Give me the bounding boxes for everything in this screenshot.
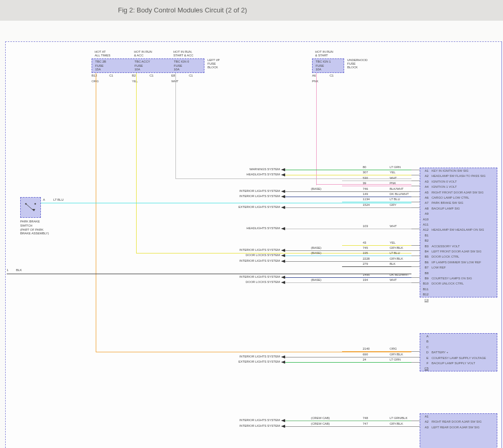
- fuse-tbc-ign0: TBC IGN 0 FUSE 10A: [174, 60, 189, 72]
- bcm-pin-A6: A6CARGO LAMP LOW CTRL: [420, 195, 497, 200]
- ckt-A12: 103: [363, 225, 368, 228]
- col-E: GRY/BLK: [390, 353, 403, 356]
- col-A3: GRY/BLK: [390, 422, 403, 425]
- bcm-pin-B: B: [420, 339, 497, 344]
- svg-marker-8: [281, 206, 285, 209]
- bcm-pin-A9: A9: [420, 211, 497, 216]
- svg-marker-14: [281, 281, 285, 284]
- ckt-A6: 149: [363, 192, 368, 196]
- arrow-icon: [281, 168, 285, 171]
- bcm-pin-A4: A4IGNITION 1 VOLT: [420, 184, 497, 189]
- pin-c1-a: C1: [109, 74, 113, 77]
- pin-c1-d: C1: [330, 74, 334, 77]
- bcm-pin-B10: B10DOOR UNLOCK CTRL: [420, 281, 497, 286]
- wire-A7: [342, 202, 411, 202]
- col-wht: WHT: [171, 80, 179, 83]
- col-A2: LT GRN/BLK: [390, 416, 407, 420]
- pin-a6: A6: [312, 74, 316, 77]
- bcm-pin-B12: B12: [420, 292, 497, 297]
- wire-yel-vert: [136, 73, 137, 253]
- label-hot-all-times: HOT AT ALL TIMES: [95, 50, 110, 57]
- sys-A1: WARNINGS SYSTEM: [223, 168, 280, 171]
- wire-A8: [285, 207, 411, 208]
- sys-A12: HEADLIGHTS SYSTEM: [223, 227, 280, 230]
- wire-D: [342, 351, 411, 352]
- note-A5: (BASE): [311, 187, 321, 190]
- arrow-icon: [281, 249, 285, 252]
- ckt-B7: 279: [363, 262, 368, 265]
- col-org: ORG: [92, 80, 99, 83]
- col-B10: WHT: [390, 278, 397, 281]
- col-A8: GRY: [390, 203, 396, 206]
- bcm-pin-C4: C4: [420, 297, 497, 303]
- bcm-pin-B2: B2: [420, 238, 497, 243]
- wire-A3: [285, 426, 411, 427]
- col-blk: BLK: [16, 268, 22, 272]
- svg-marker-17: [281, 419, 285, 422]
- pin-c1-b: C1: [150, 74, 154, 77]
- wire-B5: [285, 256, 411, 256]
- svg-marker-9: [281, 227, 285, 230]
- col-A4: PNK: [390, 182, 396, 185]
- wire-F: [285, 362, 411, 363]
- ckt-E: 690: [363, 353, 368, 356]
- bcm-connector-c6: A1A2RIGHT REAR DOOR AJAR SW SIGA3LEFT RE…: [420, 413, 497, 448]
- left-ip-fuse-block: TBC 2B FUSE 15A TBC ACCY FUSE 10A TBC IG…: [92, 58, 204, 73]
- label-underhood: UNDERHOOD FUSE BLOCK: [347, 58, 367, 70]
- svg-marker-10: [281, 249, 285, 252]
- ckt-B4: 745: [363, 246, 368, 249]
- bcm-pin-A2: A2RIGHT REAR DOOR AJAR SW SIG: [420, 419, 497, 424]
- note-B5: (BASE): [311, 251, 321, 255]
- bcm-pin-B1: B1: [420, 233, 497, 238]
- arrow-icon: [281, 260, 285, 263]
- bcm-pin-A2: A2HEADLAMP SW FLASH TO PASS SIG: [420, 173, 497, 178]
- wire-blk: [7, 274, 411, 274]
- label-hot-run-acc: HOT IN RUN & ACC: [134, 50, 152, 57]
- sys-B6: INTERIOR LIGHTS SYSTEM: [223, 259, 280, 262]
- ckt-B3: 43: [363, 241, 366, 244]
- bcm-pin-C: C: [420, 345, 497, 350]
- svg-line-2: [26, 204, 34, 211]
- col-A12: WHT: [390, 225, 397, 228]
- wire-B3: [342, 245, 411, 246]
- note-B4: (BASE): [311, 246, 321, 249]
- svg-marker-5: [281, 173, 285, 176]
- pin-c1-c: C1: [189, 74, 193, 77]
- bcm-pin-A3: A3LEFT REAR DOOR AJAR SW SIG: [420, 425, 497, 430]
- wire-B6: [285, 261, 411, 262]
- wire-wht-a3: [175, 178, 411, 179]
- arrow-icon: [281, 425, 285, 428]
- arrow-icon: [281, 355, 285, 359]
- arrow-icon: [281, 281, 285, 284]
- arrow-icon: [281, 361, 285, 364]
- fuse-tbc2b: TBC 2B FUSE 15A: [95, 60, 106, 72]
- bcm-pin-A7: A7PARK BRAKE SW SIG: [420, 200, 497, 205]
- underhood-fuse-block: TBC IGN 1 FUSE 10A: [312, 58, 344, 73]
- ckt-B6: 2228: [363, 257, 369, 260]
- wire-A6: [285, 197, 411, 197]
- svg-marker-7: [281, 195, 285, 198]
- note-A3: (CREW CAB): [311, 422, 330, 425]
- switch-icon: [21, 198, 41, 218]
- label-hot-run-start-acc: HOT IN RUN, START & ACC: [173, 50, 194, 57]
- col-A2: YEL: [390, 171, 395, 174]
- bcm-pin-A: A: [420, 334, 497, 339]
- svg-marker-18: [281, 425, 285, 428]
- wire-A1: [285, 170, 411, 170]
- wire-B10: [285, 282, 411, 283]
- wire-ltblu-park: [41, 203, 411, 203]
- arrow-icon: [281, 254, 285, 257]
- col-A3: WHT: [390, 176, 397, 180]
- sys-B5: DOOR LOCKS SYSTEM: [223, 253, 280, 257]
- sys-A3: INTERIOR LIGHTS SYSTEM: [223, 424, 280, 427]
- col-yel: YEL: [132, 80, 138, 83]
- sys-A5: INTERIOR LIGHTS SYSTEM: [223, 189, 280, 192]
- pin-1: 1: [7, 268, 8, 272]
- svg-marker-11: [281, 254, 285, 257]
- label-left-ip: LEFT I/P FUSE BLOCK: [208, 58, 220, 70]
- fuse-tbc-accy: TBC ACCY FUSE 10A: [135, 60, 150, 72]
- note-B10: (BASE): [311, 278, 321, 281]
- figure-title: Fig 2: Body Control Modules Circuit (2 o…: [0, 0, 503, 21]
- ckt-A3: 747: [363, 422, 368, 425]
- bcm-pin-B3: B3ACCESSORY VOLT: [420, 244, 497, 249]
